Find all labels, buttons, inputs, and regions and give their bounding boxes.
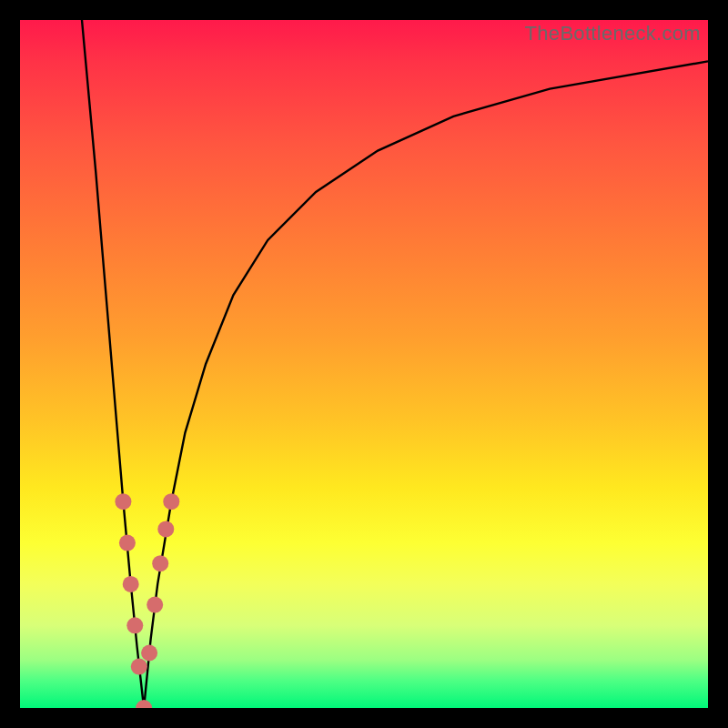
curve-left (82, 20, 144, 708)
marker-dot (123, 576, 139, 592)
marker-dot (141, 645, 157, 662)
marker-dot (163, 493, 179, 510)
marker-dot (119, 535, 136, 551)
curve-right (144, 61, 708, 708)
marker-dot (136, 700, 152, 708)
marker-dot (115, 493, 131, 510)
chart-frame: TheBottleneck.com (0, 0, 728, 728)
chart-svg (20, 20, 708, 708)
marker-dot (131, 659, 147, 675)
marker-dot (147, 597, 163, 613)
marker-dot (157, 521, 174, 537)
chart-plot-area: TheBottleneck.com (20, 20, 708, 708)
marker-dot (152, 555, 168, 571)
marker-dot (126, 617, 143, 633)
